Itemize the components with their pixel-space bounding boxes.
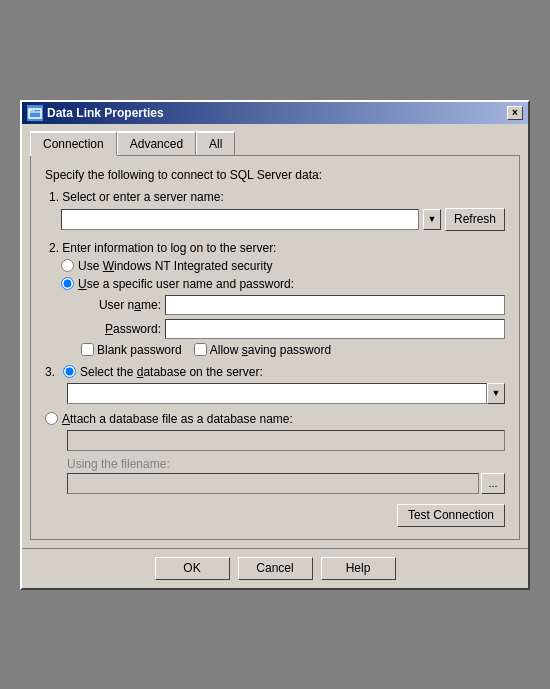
window-title: Data Link Properties [47,106,164,120]
radio-select-db[interactable] [63,365,76,378]
radio-windows-label: Use Windows NT Integrated security [78,259,273,273]
allow-saving-checkbox[interactable] [194,343,207,356]
tab-bar: Connection Advanced All [30,130,520,155]
database-input[interactable] [67,383,487,404]
tab-connection[interactable]: Connection [30,131,117,156]
radio-windows[interactable] [61,259,74,272]
browse-button[interactable]: ... [481,473,505,494]
footer-bar: OK Cancel Help [22,548,528,588]
title-bar-left: Data Link Properties [27,105,164,121]
title-bar: Data Link Properties × [22,102,528,124]
radio-select-db-label: Select the database on the server: [80,365,263,379]
blank-password-item: Blank password [81,343,182,357]
svg-point-3 [33,109,35,111]
checkbox-row: Blank password Allow saving password [81,343,505,357]
username-input[interactable] [165,295,505,315]
allow-saving-item: Allow saving password [194,343,331,357]
server-dropdown-btn[interactable]: ▼ [423,209,441,230]
password-row: Password: [81,319,505,339]
step3-section: 3. Select the database on the server: ▼ … [45,365,505,527]
window-icon [27,105,43,121]
svg-point-2 [30,109,32,111]
blank-password-checkbox[interactable] [81,343,94,356]
intro-text: Specify the following to connect to SQL … [45,168,505,182]
attach-name-input[interactable] [67,430,505,451]
server-name-input[interactable] [61,209,419,230]
attach-radio-row: Attach a database file as a database nam… [45,412,505,426]
blank-password-label: Blank password [97,343,182,357]
content-area: Connection Advanced All Specify the foll… [22,124,528,548]
tab-all[interactable]: All [196,131,235,156]
radio-specific[interactable] [61,277,74,290]
username-row: User name: [81,295,505,315]
password-input[interactable] [165,319,505,339]
ok-button[interactable]: OK [155,557,230,580]
radio-specific-label: Use a specific user name and password: [78,277,294,291]
attach-section: Attach a database file as a database nam… [45,412,505,494]
server-row: ▼ Refresh [61,208,505,231]
db-dropdown-row: ▼ [67,383,505,404]
main-window: Data Link Properties × Connection Advanc… [20,100,530,590]
filename-row: ... [67,473,505,494]
radio-group: Use Windows NT Integrated security Use a… [61,259,505,291]
close-button[interactable]: × [507,106,523,120]
test-connection-button[interactable]: Test Connection [397,504,505,527]
step1-label: 1. Select or enter a server name: [49,190,505,204]
step2-section: 2. Enter information to log on to the se… [45,241,505,357]
help-button[interactable]: Help [321,557,396,580]
tab-advanced[interactable]: Advanced [117,131,196,156]
radio-specific-row: Use a specific user name and password: [61,277,505,291]
field-group: User name: Password: [81,295,505,339]
step3-radio-row: 3. Select the database on the server: [45,365,505,379]
allow-saving-label: Allow saving password [210,343,331,357]
radio-attach-db[interactable] [45,412,58,425]
filename-input[interactable] [67,473,479,494]
filename-label: Using the filename: [67,457,505,471]
tab-content-connection: Specify the following to connect to SQL … [30,155,520,540]
password-label: Password: [81,322,161,336]
database-dropdown-btn[interactable]: ▼ [487,383,505,404]
radio-attach-db-label: Attach a database file as a database nam… [62,412,293,426]
refresh-button[interactable]: Refresh [445,208,505,231]
test-conn-row: Test Connection [45,504,505,527]
username-label: User name: [81,298,161,312]
cancel-button[interactable]: Cancel [238,557,313,580]
radio-windows-row: Use Windows NT Integrated security [61,259,505,273]
step2-label: 2. Enter information to log on to the se… [49,241,505,255]
step3-number: 3. [45,365,55,379]
